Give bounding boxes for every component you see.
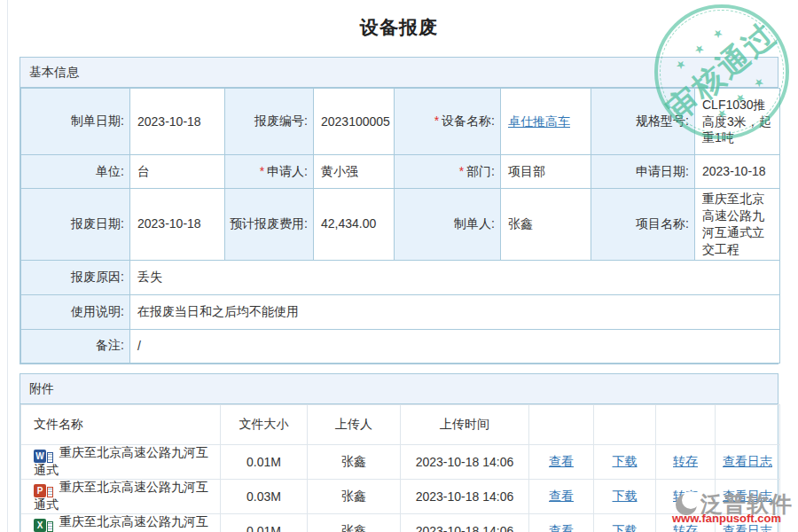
column-header-uploader: 上传人 [308, 405, 401, 445]
download-link[interactable]: 下载 [613, 454, 638, 468]
field-label-est-cost: 预计报废费用: [225, 189, 314, 261]
field-label-text: 制单人: [454, 216, 495, 231]
file-icon-page [47, 521, 53, 532]
file-icon-page [47, 452, 53, 463]
field-value-applicant: 黄小强 [314, 155, 395, 189]
action-cell: 查看 [529, 514, 594, 532]
field-value-device-name: 卓仕推高车 [501, 89, 591, 155]
field-label-text: 部门: [466, 164, 495, 178]
view-link[interactable]: 查看 [549, 523, 574, 532]
file-name-cell: P重庆至北京高速公路九河互通式 [21, 480, 221, 514]
field-label-device-name: *设备名称: [395, 89, 501, 155]
field-value-unit: 台 [130, 155, 225, 189]
file-icon-page [47, 487, 53, 497]
file-name: 重庆至北京高速公路九河互通式 [34, 514, 208, 532]
device-name-link[interactable]: 卓仕推高车 [508, 114, 570, 129]
field-value-scrap-date: 2023-10-18 [130, 189, 225, 261]
file-name: 重庆至北京高速公路九河互通式 [34, 480, 208, 512]
field-value-project-name: 重庆至北京高速公路九河互通式立交工程 [695, 189, 780, 261]
field-label-text: 使用说明: [71, 304, 124, 318]
field-value-scrap-no: 2023100005 [314, 89, 395, 155]
view-log-link[interactable]: 查看日志 [723, 523, 772, 532]
page-left-edge-divider [7, 0, 8, 532]
powerpoint-file-icon: P [34, 484, 53, 497]
field-label-unit: 单位: [21, 155, 130, 189]
file-size: 0.03M [221, 480, 308, 514]
save-as-link[interactable]: 转存 [673, 454, 698, 468]
file-icon-letter: X [34, 519, 46, 532]
field-label-make-date: 制单日期: [21, 89, 130, 155]
field-value-maker: 张鑫 [501, 189, 591, 261]
word-file-icon: W [34, 450, 53, 463]
table-row: 制单日期: 2023-10-18 报废编号: 2023100005 *设备名称:… [21, 89, 780, 155]
file-icon-letter: W [34, 450, 46, 463]
action-cell: 查看日志 [716, 445, 780, 480]
basic-info-section: 基本信息 制单日期: 2023-10-18 报废编号: 2023100005 *… [20, 57, 778, 364]
field-label-spec-model: 规格型号: [591, 89, 695, 155]
column-header-empty [656, 405, 716, 445]
file-uploader: 张鑫 [308, 445, 401, 480]
action-cell: 转存 [656, 480, 716, 514]
save-as-link[interactable]: 转存 [673, 523, 698, 532]
attachment-row: P重庆至北京高速公路九河互通式 0.03M 张鑫 2023-10-18 14:0… [21, 480, 780, 514]
field-label-text: 项目名称: [636, 216, 689, 231]
column-header-empty [529, 405, 594, 445]
field-label-text: 规格型号: [636, 113, 689, 128]
attachment-row: W重庆至北京高速公路九河互通式 0.01M 张鑫 2023-10-18 14:0… [21, 445, 780, 480]
field-label-usage-note: 使用说明: [21, 294, 130, 329]
field-label-applicant: *申请人: [225, 155, 314, 189]
basic-info-section-title: 基本信息 [20, 58, 778, 88]
action-cell: 查看 [529, 445, 594, 480]
table-row: 报废原因: 丢失 [21, 260, 780, 294]
file-size: 0.01M [221, 514, 308, 532]
download-link[interactable]: 下载 [613, 489, 638, 503]
action-cell: 转存 [656, 514, 716, 532]
action-cell: 下载 [594, 445, 656, 480]
action-cell: 转存 [656, 445, 716, 480]
field-label-text: 报废日期: [71, 216, 124, 231]
file-name-cell: X重庆至北京高速公路九河互通式 [21, 514, 221, 532]
action-cell: 查看日志 [716, 480, 780, 514]
file-name-cell: W重庆至北京高速公路九河互通式 [21, 445, 221, 480]
field-value-remark: / [130, 329, 780, 363]
attachment-row: X重庆至北京高速公路九河互通式 0.01M 张鑫 2023-10-18 14:0… [21, 514, 780, 532]
download-link[interactable]: 下载 [613, 523, 638, 532]
file-name: 重庆至北京高速公路九河互通式 [34, 445, 208, 477]
field-label-remark: 备注: [21, 329, 130, 363]
excel-file-icon: X [34, 519, 53, 532]
save-as-link[interactable]: 转存 [673, 489, 698, 503]
field-value-make-date: 2023-10-18 [130, 89, 225, 155]
view-link[interactable]: 查看 [549, 489, 574, 503]
column-header-upload-time: 上传时间 [401, 405, 529, 445]
action-cell: 下载 [594, 480, 656, 514]
column-header-file-size: 文件大小 [221, 405, 308, 445]
field-label-text: 预计报废费用: [230, 216, 308, 231]
field-label-text: 报废编号: [254, 113, 308, 128]
file-icon-letter: P [34, 484, 46, 497]
field-label-text: 申请人: [267, 164, 308, 178]
required-asterisk: * [260, 164, 264, 178]
column-header-file-name: 文件名称 [21, 405, 221, 445]
page-title: 设备报废 [0, 0, 798, 40]
field-label-text: 制单日期: [71, 113, 124, 128]
field-label-scrap-reason: 报废原因: [21, 260, 130, 294]
attachments-section: 附件 文件名称 文件大小 上传人 上传时间 W重庆至北京高速公路九河互通式 0.… [20, 373, 778, 532]
field-label-department: *部门: [395, 155, 501, 189]
attachments-section-title: 附件 [20, 374, 778, 404]
view-link[interactable]: 查看 [549, 454, 574, 468]
field-label-apply-date: 申请日期: [591, 155, 695, 189]
field-value-est-cost: 42,434.00 [314, 189, 395, 261]
field-label-text: 设备名称: [442, 113, 495, 128]
field-value-spec-model: CLF1030推高度3米，起重1吨 [695, 89, 780, 155]
field-value-scrap-reason: 丢失 [130, 260, 780, 294]
table-row: 使用说明: 在报废当日和之后均不能使用 [21, 294, 780, 329]
field-value-usage-note: 在报废当日和之后均不能使用 [130, 294, 780, 329]
file-upload-time: 2023-10-18 14:06 [401, 514, 529, 532]
file-upload-time: 2023-10-18 14:06 [401, 445, 529, 480]
view-log-link[interactable]: 查看日志 [723, 489, 772, 503]
action-cell: 下载 [594, 514, 656, 532]
action-cell: 查看日志 [716, 514, 780, 532]
field-label-text: 报废原因: [71, 270, 124, 284]
view-log-link[interactable]: 查看日志 [723, 454, 772, 468]
table-row: 单位: 台 *申请人: 黄小强 *部门: 项目部 申请日期: 2023-10-1… [21, 155, 780, 189]
